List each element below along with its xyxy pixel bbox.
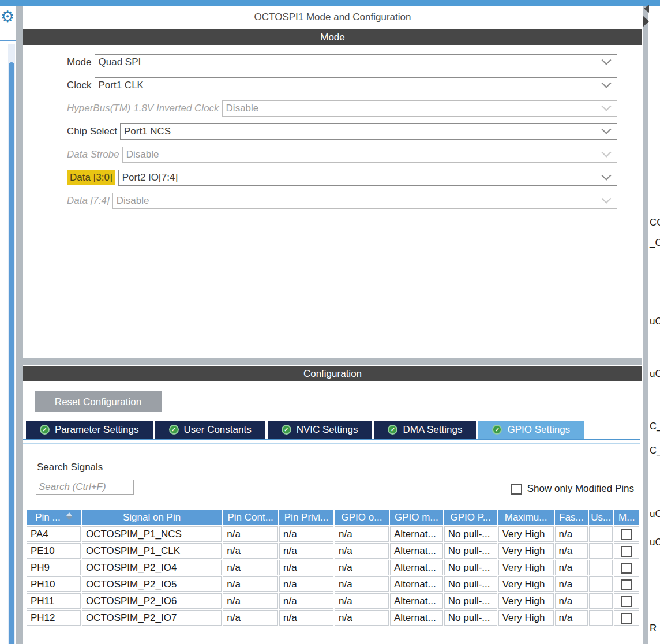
cell-fast-mode: n/a: [555, 560, 588, 575]
show-only-modified-row: Show only Modified Pins: [511, 483, 634, 495]
cell-gpio-output: n/a: [335, 610, 389, 626]
cell-pin-context: n/a: [223, 543, 278, 559]
cell-gpio-pull: No pull-...: [444, 576, 497, 592]
field-dropdown[interactable]: Port1 NCS: [120, 123, 617, 140]
field-dropdown-value: Port1 CLK: [95, 80, 144, 91]
column-header-label: GPIO o...: [342, 512, 382, 523]
table-row[interactable]: PA4 OCTOSPIM_P1_NCS n/a n/a n/a Alternat…: [27, 526, 639, 542]
field-row: Data [3:0] Port2 IO[7:4]: [23, 170, 642, 186]
reset-configuration-button[interactable]: Reset Configuration: [35, 391, 162, 412]
settings-tab[interactable]: ✓ GPIO Settings: [478, 421, 584, 439]
cell-pin-privilege: n/a: [279, 526, 333, 542]
row-modified-checkbox[interactable]: [621, 579, 632, 590]
cell-pin-privilege: n/a: [279, 560, 333, 575]
cell-fast-mode: n/a: [555, 610, 588, 626]
column-header[interactable]: M...: [614, 510, 639, 525]
check-badge-icon: ✓: [492, 425, 502, 435]
left-sidebar-rail: ⚙: [0, 6, 16, 644]
show-only-modified-label: Show only Modified Pins: [527, 483, 634, 495]
row-modified-checkbox[interactable]: [621, 563, 632, 574]
field-dropdown[interactable]: Disable: [112, 193, 617, 209]
table-row[interactable]: PH11 OCTOSPIM_P2_IO6 n/a n/a n/a Alterna…: [27, 593, 639, 609]
field-label: Data [7:4]: [67, 195, 110, 207]
row-modified-checkbox[interactable]: [621, 529, 632, 540]
cell-user-label: [589, 576, 613, 592]
field-dropdown-value: Quad SPI: [95, 57, 141, 68]
column-header[interactable]: Pin Cont...: [223, 510, 278, 525]
field-label: Chip Select: [67, 126, 117, 137]
cell-pin: PH12: [27, 610, 81, 626]
table-row[interactable]: PH10 OCTOSPIM_P2_IO5 n/a n/a n/a Alterna…: [27, 576, 639, 592]
cell-gpio-mode: Alternat...: [390, 576, 443, 592]
cell-gpio-pull: No pull-...: [444, 593, 497, 609]
pinout-label-fragment: C_: [650, 445, 660, 456]
field-dropdown[interactable]: Disable: [222, 100, 617, 117]
table-row[interactable]: PH9 OCTOSPIM_P2_IO4 n/a n/a n/a Alternat…: [27, 560, 639, 575]
cell-pin-privilege: n/a: [279, 543, 333, 559]
field-dropdown-value: Port1 NCS: [121, 126, 171, 137]
vertical-scrollbar-thumb[interactable]: [9, 62, 14, 644]
pinout-label-fragment: _C: [650, 237, 660, 249]
right-scrollbar[interactable]: [643, 6, 648, 644]
column-header-label: GPIO m...: [395, 512, 438, 523]
column-header[interactable]: Signal on Pin: [82, 510, 222, 525]
column-header-label: Pin Cont...: [227, 512, 273, 523]
settings-tab[interactable]: ✓ User Constants: [155, 421, 265, 439]
row-modified-checkbox[interactable]: [621, 613, 632, 624]
cell-gpio-output: n/a: [335, 560, 389, 575]
column-header[interactable]: GPIO P...: [444, 510, 497, 525]
settings-tabs: ✓ Parameter Settings ✓ User Constants ✓ …: [26, 421, 584, 439]
cell-signal: OCTOSPIM_P2_IO4: [82, 560, 222, 575]
cell-gpio-mode: Alternat...: [390, 560, 443, 575]
section-gap: [23, 358, 642, 365]
cell-pin-context: n/a: [223, 610, 278, 626]
cell-pin: PE10: [27, 543, 81, 559]
column-header[interactable]: Pin Privi...: [279, 510, 333, 525]
field-dropdown[interactable]: Port1 CLK: [95, 77, 617, 93]
column-header[interactable]: Maximu...: [498, 510, 554, 525]
cell-gpio-pull: No pull-...: [444, 543, 497, 559]
row-modified-checkbox[interactable]: [621, 596, 632, 607]
column-header-label: Signal on Pin: [123, 512, 181, 523]
cell-pin: PA4: [27, 526, 81, 542]
sort-icon[interactable]: [66, 512, 72, 520]
cell-user-label: [589, 560, 613, 575]
cell-user-label: [589, 610, 613, 626]
cell-modified: [614, 610, 639, 626]
cell-modified: [614, 560, 639, 575]
settings-tab[interactable]: ✓ Parameter Settings: [26, 421, 153, 439]
cell-gpio-output: n/a: [335, 576, 389, 592]
field-dropdown[interactable]: Disable: [122, 147, 617, 163]
column-header-label: Maximu...: [505, 512, 548, 523]
field-label: HyperBus(TM) 1.8V Inverted Clock: [67, 103, 219, 114]
gear-icon[interactable]: ⚙: [1, 8, 14, 25]
field-dropdown[interactable]: Quad SPI: [95, 54, 617, 70]
cell-modified: [614, 576, 639, 592]
collapse-left-arrow-icon[interactable]: [644, 5, 649, 13]
field-dropdown-value: Disable: [123, 149, 159, 160]
table-row[interactable]: PH12 OCTOSPIM_P2_IO7 n/a n/a n/a Alterna…: [27, 610, 639, 626]
search-input[interactable]: [36, 480, 134, 495]
column-header[interactable]: GPIO m...: [390, 510, 443, 525]
field-row: Chip Select Port1 NCS: [23, 123, 642, 140]
cell-pin-context: n/a: [223, 576, 278, 592]
row-modified-checkbox[interactable]: [621, 546, 632, 557]
table-row[interactable]: PE10 OCTOSPIM_P1_CLK n/a n/a n/a Alterna…: [27, 543, 639, 559]
settings-tab[interactable]: ✓ DMA Settings: [374, 421, 476, 439]
column-header[interactable]: GPIO o...: [335, 510, 389, 525]
cell-user-label: [589, 543, 613, 559]
cell-fast-mode: n/a: [555, 526, 588, 542]
cell-max-speed: Very High: [498, 543, 554, 559]
gpio-pins-table: Pin ... Signal on Pin Pin Cont... Pin Pr…: [25, 509, 640, 627]
pinout-label-fragment: R: [650, 623, 657, 634]
cell-fast-mode: n/a: [555, 543, 588, 559]
chevron-down-icon: [602, 78, 612, 88]
field-dropdown[interactable]: Port2 IO[7:4]: [118, 170, 617, 186]
column-header[interactable]: Fas...: [555, 510, 588, 525]
show-only-modified-checkbox[interactable]: [511, 484, 522, 495]
page-title: OCTOSPI1 Mode and Configuration: [23, 12, 642, 25]
column-header[interactable]: Pin ...: [27, 510, 81, 525]
column-header[interactable]: Us...: [589, 510, 613, 525]
settings-tab[interactable]: ✓ NVIC Settings: [268, 421, 372, 439]
expand-right-arrow-icon[interactable]: [643, 16, 649, 27]
